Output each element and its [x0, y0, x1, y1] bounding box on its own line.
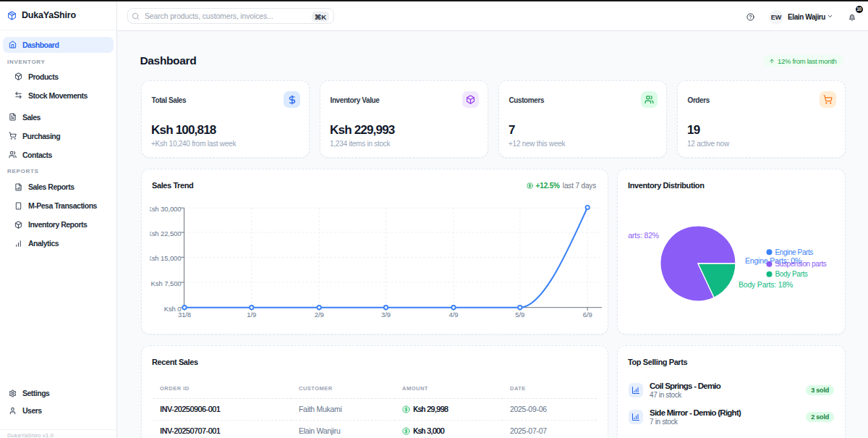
- svg-text:3/9: 3/9: [381, 311, 391, 319]
- svg-text:31/8: 31/8: [178, 311, 191, 319]
- svg-text:Ksh 22,500: Ksh 22,500: [147, 229, 181, 237]
- svg-text:Ksh 15,000: Ksh 15,000: [147, 254, 181, 262]
- svg-text:6/9: 6/9: [583, 311, 592, 319]
- svg-text:Body Parts: Body Parts: [775, 270, 808, 278]
- svg-text:Ksh 30,000: Ksh 30,000: [147, 205, 181, 213]
- svg-text:1/9: 1/9: [247, 311, 256, 319]
- svg-text:Suspension parts: 82%: Suspension parts: 82%: [628, 231, 659, 240]
- svg-text:Suspension parts: Suspension parts: [775, 260, 827, 268]
- svg-text:Body Parts: 18%: Body Parts: 18%: [739, 280, 793, 289]
- svg-text:Engine Parts: Engine Parts: [775, 248, 814, 256]
- svg-text:Ksh 7,500: Ksh 7,500: [151, 279, 182, 287]
- svg-text:4/9: 4/9: [449, 311, 459, 319]
- svg-text:5/9: 5/9: [515, 311, 524, 319]
- svg-text:2/9: 2/9: [315, 311, 324, 319]
